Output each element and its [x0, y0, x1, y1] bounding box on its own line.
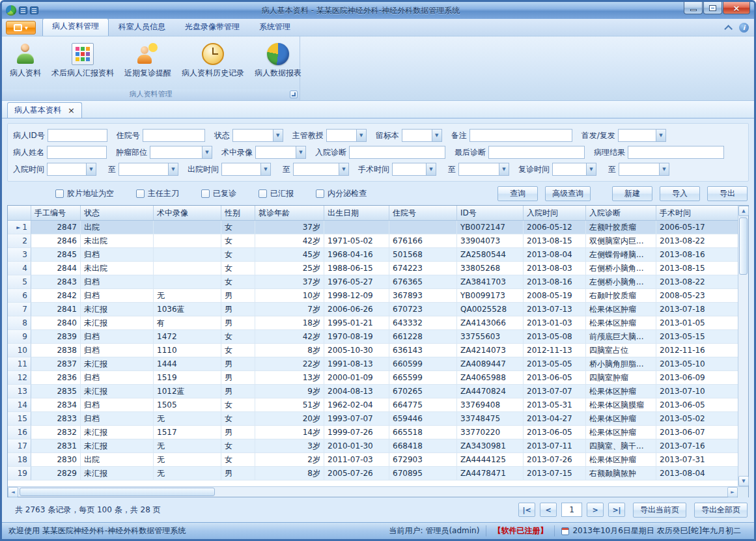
horizontal-scroll-track[interactable]: [18, 487, 727, 497]
export-all-button[interactable]: 导出全部页: [694, 503, 748, 518]
ribbon-tab[interactable]: 病人资料管理: [42, 18, 109, 36]
next-page-button[interactable]: >: [587, 503, 604, 517]
field-combo[interactable]: ▼: [119, 163, 178, 176]
field-input[interactable]: [47, 146, 107, 159]
page-number-input[interactable]: 1: [561, 503, 582, 517]
column-header[interactable]: 入院诊断: [586, 206, 656, 220]
ribbon-button[interactable]: 病人资料: [5, 38, 46, 89]
app-menu-button[interactable]: ▼: [6, 21, 36, 35]
table-row[interactable]: ►12847出院女37岁YB00721472006-05-12左额叶胶质瘤200…: [8, 221, 738, 234]
table-row[interactable]: 192829未汇报无男8岁2005-07-26670895ZA447847120…: [8, 467, 738, 480]
info-icon[interactable]: i: [739, 23, 749, 33]
tab-close-icon[interactable]: ×: [68, 106, 75, 115]
maximize-button[interactable]: [703, 2, 722, 14]
ribbon-button[interactable]: 病人数据报表: [249, 38, 307, 89]
scroll-down-icon[interactable]: ▼: [738, 476, 749, 486]
table-row[interactable]: 162832未汇报1517男14岁1999-07-266655183377022…: [8, 426, 738, 439]
table-row[interactable]: 62842归档无男10岁1998-12-09367893YB0099173200…: [8, 289, 738, 303]
table-row[interactable]: 142834归档1505女51岁1962-02-0466477533769408…: [8, 398, 738, 412]
horizontal-scroll-thumb[interactable]: [20, 488, 215, 496]
table-row[interactable]: 32845归档女45岁1968-04-16501568ZA25805442013…: [8, 248, 738, 262]
table-row[interactable]: 22846未出院女42岁1971-05-02676166339040732013…: [8, 234, 738, 248]
ribbon-button[interactable]: 近期复诊提醒: [119, 38, 176, 89]
field-input[interactable]: [628, 146, 724, 159]
column-header[interactable]: ID号: [457, 206, 524, 220]
field-combo[interactable]: ▼: [392, 163, 436, 176]
field-combo[interactable]: ▼: [458, 163, 509, 176]
action-button[interactable]: 新建: [612, 186, 652, 201]
checkbox-item[interactable]: 胶片地址为空: [55, 188, 114, 199]
close-button[interactable]: ×: [723, 2, 750, 14]
table-row[interactable]: 42844未出院女25岁1988-06-15674223338052682013…: [8, 262, 738, 275]
grid-icon[interactable]: [19, 7, 27, 14]
scroll-up-icon[interactable]: ▲: [738, 206, 749, 216]
dialog-launcher-icon[interactable]: [290, 90, 298, 98]
last-page-button[interactable]: >|: [608, 503, 625, 517]
field-combo[interactable]: ▼: [47, 163, 96, 176]
scroll-right-icon[interactable]: ►: [727, 487, 738, 497]
checkbox-item[interactable]: 主任主刀: [136, 188, 179, 199]
document-tab[interactable]: 病人基本资料 ×: [7, 102, 82, 118]
field-combo[interactable]: ▼: [293, 163, 349, 176]
vertical-scroll-track[interactable]: [738, 216, 748, 476]
field-combo[interactable]: ▼: [619, 163, 669, 176]
field-combo[interactable]: ▼: [326, 129, 367, 142]
export-current-button[interactable]: 导出当前页: [633, 503, 686, 518]
table-row[interactable]: 82840未汇报有男18岁1995-01-21643332ZA414306620…: [8, 316, 738, 330]
table-row[interactable]: 92839归档1472女42岁1970-08-19661228337556032…: [8, 330, 738, 344]
column-header[interactable]: 就诊年龄: [255, 206, 324, 220]
grid-icon[interactable]: [30, 7, 38, 14]
field-combo[interactable]: ▼: [232, 129, 283, 142]
action-button[interactable]: 导出: [707, 186, 748, 201]
table-row[interactable]: 122836归档1519男13岁2000-01-09665599ZA406598…: [8, 371, 738, 385]
field-input[interactable]: [469, 129, 572, 142]
table-row[interactable]: 72841未汇报1036蓝男7岁2006-06-26670723QA002552…: [8, 303, 738, 316]
field-combo[interactable]: ▼: [150, 146, 212, 159]
titlebar[interactable]: 病人基本资料 - 某某医院神经外科-神经外科数据管理系统 ×: [2, 2, 754, 19]
field-combo[interactable]: ▼: [618, 129, 666, 142]
checkbox-item[interactable]: 内分泌检查: [316, 188, 367, 199]
column-header[interactable]: 术中录像: [154, 206, 221, 220]
table-row[interactable]: 112837未汇报1444男22岁1991-08-13660599ZA40894…: [8, 357, 738, 371]
ribbon-button[interactable]: 术后病人汇报资料: [46, 38, 119, 89]
action-button[interactable]: 查询: [497, 186, 538, 201]
field-input[interactable]: [143, 129, 205, 142]
ribbon-tab[interactable]: 光盘录像带管理: [175, 19, 249, 36]
column-header[interactable]: 住院号: [389, 206, 457, 220]
field-combo[interactable]: ▼: [552, 163, 596, 176]
ribbon-tab[interactable]: 科室人员信息: [109, 19, 175, 36]
table-row[interactable]: 182830出院无女2岁2011-07-03672903ZA4444125201…: [8, 453, 738, 467]
prev-page-button[interactable]: <: [540, 503, 557, 517]
field-combo[interactable]: ▼: [255, 146, 306, 159]
ribbon-collapse-icon[interactable]: [724, 25, 733, 33]
horizontal-scrollbar[interactable]: ◄ ►: [8, 486, 748, 497]
column-header[interactable]: 手工编号: [31, 206, 81, 220]
field-input[interactable]: [349, 146, 445, 159]
field-combo[interactable]: ▼: [221, 163, 271, 176]
table-row[interactable]: 152833归档无女20岁1993-07-0765944633748475201…: [8, 412, 738, 426]
first-page-button[interactable]: |<: [518, 503, 535, 517]
field-input[interactable]: [488, 146, 585, 159]
action-button[interactable]: 高级查询: [545, 186, 591, 201]
column-header[interactable]: 状态: [81, 206, 154, 220]
vertical-scroll-thumb[interactable]: [739, 217, 748, 275]
column-header[interactable]: 性别: [221, 206, 255, 220]
table-row[interactable]: 172831未汇报无女3岁2010-01-30668418ZA343098120…: [8, 439, 738, 453]
table-row[interactable]: 132835未汇报1012蓝男9岁2004-08-13670265ZA44708…: [8, 385, 738, 398]
checkbox-item[interactable]: 已复诊: [201, 188, 236, 199]
ribbon-tab[interactable]: 系统管理: [249, 19, 300, 36]
registration-badge[interactable]: 【软件已注册】: [486, 525, 554, 536]
column-header[interactable]: 入院时间: [524, 206, 586, 220]
column-header[interactable]: 手术时间: [656, 206, 738, 220]
field-input[interactable]: [48, 129, 107, 142]
scroll-left-icon[interactable]: ◄: [8, 487, 18, 497]
column-header[interactable]: 出生日期: [324, 206, 389, 220]
table-row[interactable]: 102838归档1110女8岁2005-10-30636143ZA4214073…: [8, 344, 738, 357]
action-button[interactable]: 导入: [660, 186, 700, 201]
ribbon-button[interactable]: 病人资料历史记录: [176, 38, 249, 89]
minimize-button[interactable]: [684, 2, 703, 14]
checkbox-item[interactable]: 已汇报: [259, 188, 294, 199]
table-row[interactable]: 52843归档女37岁1976-05-27676365ZA38417032013…: [8, 275, 738, 289]
field-combo[interactable]: ▼: [402, 129, 442, 142]
vertical-scrollbar[interactable]: ▲ ▼: [738, 206, 748, 486]
